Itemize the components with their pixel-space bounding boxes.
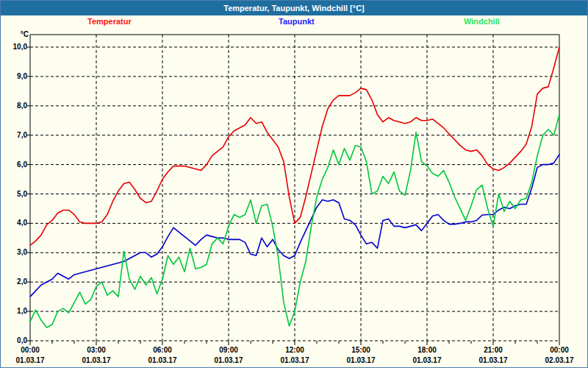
x-tick-time: 06:00 <box>140 346 184 354</box>
x-tick-date: 01.03.17 <box>273 356 317 364</box>
y-tick-label: 5,0 <box>1 190 27 198</box>
x-tick-date: 01.03.17 <box>74 356 118 364</box>
x-tick-date: 01.03.17 <box>405 356 449 364</box>
y-tick-label: 6,0 <box>1 160 27 169</box>
y-tick-label: 0,0 <box>1 336 27 344</box>
y-tick-label: 2,0 <box>1 277 27 286</box>
x-tick-date: 01.03.17 <box>339 356 383 364</box>
x-tick-time: 00:00 <box>537 346 581 354</box>
x-tick-time: 03:00 <box>74 346 118 354</box>
x-tick-date: 02.03.17 <box>537 356 581 364</box>
x-tick-date: 01.03.17 <box>207 356 251 364</box>
plot-area <box>1 1 588 368</box>
x-tick-date: 01.03.17 <box>471 356 515 364</box>
x-tick-time: 00:00 <box>8 346 52 354</box>
x-tick-time: 18:00 <box>405 346 449 354</box>
x-tick-date: 01.03.17 <box>8 356 52 364</box>
x-tick-time: 15:00 <box>339 346 383 354</box>
y-tick-label: 8,0 <box>1 102 27 110</box>
y-tick-label: 9,0 <box>1 72 27 80</box>
y-tick-label: 7,0 <box>1 131 27 139</box>
x-tick-time: 12:00 <box>273 346 317 354</box>
y-tick-label: 10,0 <box>1 43 27 51</box>
y-tick-label: 1,0 <box>1 307 27 315</box>
x-tick-time: 09:00 <box>207 346 251 354</box>
x-tick-time: 21:00 <box>471 346 515 354</box>
y-tick-label: 4,0 <box>1 219 27 227</box>
y-tick-label: 3,0 <box>1 248 27 256</box>
weather-chart-window: Temperatur, Taupunkt, Windchill [°C] Tem… <box>0 0 588 368</box>
x-tick-date: 01.03.17 <box>140 356 184 364</box>
